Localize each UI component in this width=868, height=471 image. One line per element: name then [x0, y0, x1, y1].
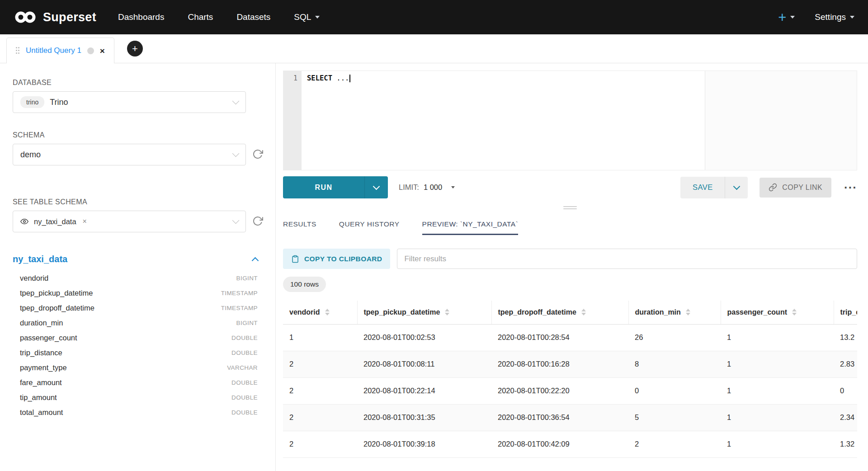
column-header-trip_distance[interactable]: trip_distance: [834, 301, 857, 324]
table-cell: 2020-08-01T00:42:09: [491, 431, 628, 457]
column-name: tpep_dropoff_datetime: [20, 304, 94, 312]
schema-column-row[interactable]: payment_type VARCHAR: [13, 360, 258, 375]
nav-item-label: Datasets: [236, 12, 270, 22]
sort-icon[interactable]: [686, 309, 690, 316]
plus-icon: +: [778, 10, 786, 24]
editor-overflow-zone: [705, 71, 857, 170]
table-row: 22020-08-01T00:39:182020-08-01T00:42:092…: [283, 431, 857, 457]
schema-select[interactable]: demo: [13, 144, 246, 165]
nav-item-charts[interactable]: Charts: [188, 12, 213, 22]
sql-editor[interactable]: 1 SELECT ...: [283, 71, 857, 170]
schema-column-row[interactable]: passenger_count DOUBLE: [13, 330, 258, 345]
query-tab-untitled-query-1[interactable]: Untitled Query 1 ×: [6, 38, 114, 63]
chevron-up-icon[interactable]: [252, 257, 259, 264]
table-cell: 8: [628, 351, 721, 377]
refresh-tables-button[interactable]: [252, 216, 263, 226]
run-options-button[interactable]: [364, 176, 388, 198]
schema-column-row[interactable]: trip_distance DOUBLE: [13, 345, 258, 360]
new-item-menu-button[interactable]: +: [778, 10, 795, 24]
save-button[interactable]: SAVE: [680, 177, 725, 198]
schema-column-row[interactable]: fare_amount DOUBLE: [13, 375, 258, 390]
refresh-schemas-button[interactable]: [252, 149, 263, 160]
column-type: BIGINT: [236, 275, 258, 282]
result-table: vendorid tpep_pickup_datetime tpep_dropo…: [283, 301, 857, 458]
table-cell: 5: [628, 404, 721, 431]
main-nav: Dashboards Charts Datasets SQL: [118, 12, 320, 22]
chevron-down-icon: [232, 150, 240, 157]
schema-column-row[interactable]: tip_amount DOUBLE: [13, 390, 258, 405]
column-header-label: duration_min: [635, 308, 681, 316]
column-name: vendorid: [20, 274, 48, 283]
schema-column-row[interactable]: duration_min BIGINT: [13, 316, 258, 330]
filter-results-input[interactable]: [397, 249, 857, 269]
sqllab-main-pane: 1 SELECT ... RUN LIMIT: 1 000 S: [276, 63, 868, 471]
column-header-tpep_pickup_datetime[interactable]: tpep_pickup_datetime: [357, 301, 491, 324]
column-header-passenger_count[interactable]: passenger_count: [721, 301, 834, 324]
eye-icon: [20, 217, 28, 226]
nav-item-label: Charts: [188, 12, 213, 22]
results-tab-results[interactable]: RESULTS: [283, 220, 316, 235]
column-header-vendorid[interactable]: vendorid: [283, 301, 357, 324]
results-tab-query-history[interactable]: QUERY HISTORY: [339, 220, 400, 235]
editor-code[interactable]: SELECT ...: [302, 71, 350, 170]
query-state-indicator: [87, 47, 94, 54]
column-header-label: vendorid: [289, 308, 320, 316]
schema-column-row[interactable]: tpep_pickup_datetime TIMESTAMP: [13, 286, 258, 301]
result-table-body: 12020-08-01T00:02:532020-08-01T00:28:542…: [283, 324, 857, 457]
table-cell: 2: [283, 377, 357, 404]
table-cell: 2020-08-01T00:39:18: [357, 431, 491, 457]
close-tab-icon[interactable]: ×: [100, 47, 105, 55]
schema-column-row[interactable]: tpep_dropoff_datetime TIMESTAMP: [13, 301, 258, 316]
nav-item-sql[interactable]: SQL: [294, 12, 320, 22]
sort-icon[interactable]: [445, 309, 449, 316]
nav-item-datasets[interactable]: Datasets: [236, 12, 270, 22]
table-cell: 0: [834, 377, 857, 404]
remove-table-icon[interactable]: ×: [83, 217, 87, 226]
column-header-label: tpep_pickup_datetime: [364, 308, 440, 316]
editor-gutter: 1: [283, 71, 302, 170]
query-tab-label: Untitled Query 1: [26, 46, 81, 55]
schema-column-row[interactable]: vendorid BIGINT: [13, 271, 258, 286]
table-select[interactable]: ny_taxi_data ×: [13, 211, 246, 232]
chevron-down-icon: [373, 183, 380, 190]
table-cell: 1.32: [834, 431, 857, 457]
column-header-tpep_dropoff_datetime[interactable]: tpep_dropoff_datetime: [491, 301, 628, 324]
schema-column-row[interactable]: total_amount DOUBLE: [13, 405, 258, 420]
results-actions: COPY TO CLIPBOARD: [283, 249, 857, 269]
clipboard-icon: [291, 255, 299, 263]
sort-icon[interactable]: [792, 309, 797, 316]
copy-to-clipboard-button[interactable]: COPY TO CLIPBOARD: [283, 249, 390, 269]
settings-label: Settings: [815, 12, 846, 22]
schema-column-list: vendorid BIGINT tpep_pickup_datetime TIM…: [13, 271, 258, 420]
limit-dropdown[interactable]: LIMIT: 1 000: [399, 183, 455, 192]
copy-link-button[interactable]: COPY LINK: [760, 178, 831, 198]
sort-icon[interactable]: [581, 309, 586, 316]
database-select[interactable]: trino Trino: [13, 91, 246, 113]
column-type: DOUBLE: [231, 334, 258, 341]
database-label: DATABASE: [13, 79, 275, 87]
result-table-container[interactable]: vendorid tpep_pickup_datetime tpep_dropo…: [283, 301, 857, 458]
save-options-button[interactable]: [725, 177, 748, 198]
table-row: 22020-08-01T00:31:352020-08-01T00:36:545…: [283, 404, 857, 431]
column-type: VARCHAR: [227, 364, 258, 371]
table-cell: 26: [628, 324, 721, 351]
database-engine-badge: trino: [20, 96, 44, 108]
table-schema-title[interactable]: ny_taxi_data: [13, 254, 67, 264]
table-row: 22020-08-01T00:08:112020-08-01T00:16:288…: [283, 351, 857, 377]
sort-icon[interactable]: [325, 309, 330, 316]
brand[interactable]: Superset: [14, 10, 96, 24]
run-button[interactable]: RUN: [283, 176, 364, 198]
chevron-down-icon: [232, 217, 240, 224]
caret-down-icon: [850, 16, 854, 19]
plus-icon: +: [132, 43, 138, 55]
table-cell: 13.2: [834, 324, 857, 351]
nav-item-dashboards[interactable]: Dashboards: [118, 12, 164, 22]
results-tab-preview-ny-taxi-data[interactable]: PREVIEW: `NY_TAXI_DATA`: [422, 220, 519, 235]
drag-handle-icon[interactable]: [16, 47, 20, 54]
table-cell: 1: [721, 324, 834, 351]
table-cell: 1: [283, 324, 357, 351]
pane-resize-handle[interactable]: [283, 198, 857, 217]
settings-menu-button[interactable]: Settings: [815, 12, 854, 22]
add-query-tab-button[interactable]: +: [127, 41, 143, 57]
column-header-duration_min[interactable]: duration_min: [628, 301, 721, 324]
